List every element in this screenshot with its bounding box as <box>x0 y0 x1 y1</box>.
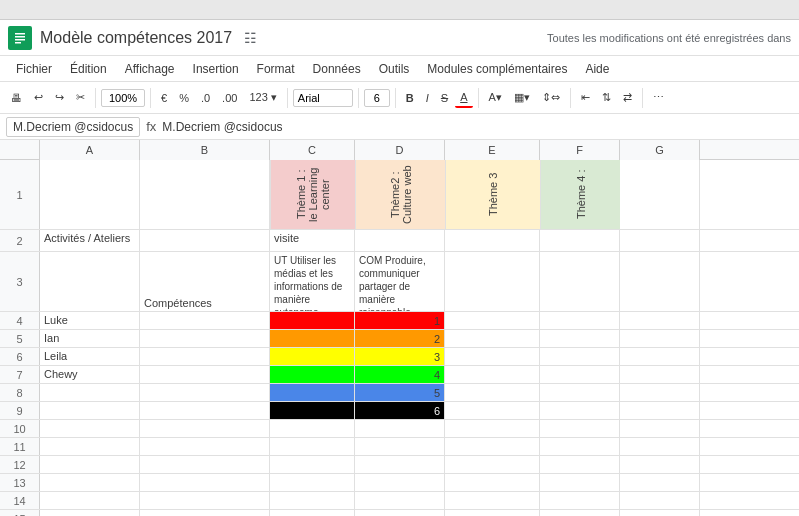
fill-color-button[interactable]: A▾ <box>484 88 507 107</box>
cell-F12[interactable] <box>540 456 620 473</box>
cell-E8[interactable] <box>445 384 540 401</box>
fontsize-control[interactable]: 6 <box>364 89 390 107</box>
menu-insertion[interactable]: Insertion <box>185 59 247 79</box>
undo-button[interactable]: ↩ <box>29 88 48 107</box>
paint-format-button[interactable]: ✂ <box>71 88 90 107</box>
cell-A1[interactable] <box>40 160 140 229</box>
cell-F10[interactable] <box>540 420 620 437</box>
cell-E10[interactable] <box>445 420 540 437</box>
cell-B7[interactable] <box>140 366 270 383</box>
cell-G10[interactable] <box>620 420 700 437</box>
bold-button[interactable]: B <box>401 89 419 107</box>
cell-C6[interactable] <box>270 348 355 365</box>
cell-E5[interactable] <box>445 330 540 347</box>
cell-D1[interactable]: Thème2 : Culture web <box>355 160 445 229</box>
row-num-9[interactable]: 9 <box>0 402 40 419</box>
cell-C2[interactable]: visite <box>270 230 355 251</box>
cell-B12[interactable] <box>140 456 270 473</box>
zoom-control[interactable]: 100% <box>101 89 145 107</box>
cell-E12[interactable] <box>445 456 540 473</box>
cell-G3[interactable] <box>620 252 700 311</box>
cell-A14[interactable] <box>40 492 140 509</box>
cell-C12[interactable] <box>270 456 355 473</box>
cell-B3[interactable]: Compétences <box>140 252 270 311</box>
row-num-13[interactable]: 13 <box>0 474 40 491</box>
currency-button[interactable]: € <box>156 89 172 107</box>
cell-A3[interactable] <box>40 252 140 311</box>
cell-A9[interactable] <box>40 402 140 419</box>
cell-D9[interactable]: 6 <box>355 402 445 419</box>
cell-C11[interactable] <box>270 438 355 455</box>
cell-F8[interactable] <box>540 384 620 401</box>
row-num-8[interactable]: 8 <box>0 384 40 401</box>
menu-fichier[interactable]: Fichier <box>8 59 60 79</box>
col-header-A[interactable]: A <box>40 140 140 160</box>
cell-A12[interactable] <box>40 456 140 473</box>
col-header-E[interactable]: E <box>445 140 540 160</box>
cell-F3[interactable] <box>540 252 620 311</box>
cell-F15[interactable] <box>540 510 620 516</box>
cell-C3[interactable]: UT Utiliser les médias et les informatio… <box>270 252 355 311</box>
cell-D2[interactable] <box>355 230 445 251</box>
menu-donnees[interactable]: Données <box>305 59 369 79</box>
cell-A10[interactable] <box>40 420 140 437</box>
cell-E13[interactable] <box>445 474 540 491</box>
cell-F5[interactable] <box>540 330 620 347</box>
cell-F9[interactable] <box>540 402 620 419</box>
cell-reference[interactable]: M.Decriem @csidocus <box>6 117 140 137</box>
cell-G15[interactable] <box>620 510 700 516</box>
border-button[interactable]: ▦▾ <box>509 88 535 107</box>
cell-D5[interactable]: 2 <box>355 330 445 347</box>
cell-D10[interactable] <box>355 420 445 437</box>
row-num-10[interactable]: 10 <box>0 420 40 437</box>
cell-C1[interactable]: Thème 1 : le Learning center <box>270 160 355 229</box>
strikethrough-button[interactable]: S <box>436 89 453 107</box>
cell-E11[interactable] <box>445 438 540 455</box>
cell-D6[interactable]: 3 <box>355 348 445 365</box>
cell-G13[interactable] <box>620 474 700 491</box>
cell-G8[interactable] <box>620 384 700 401</box>
cell-D11[interactable] <box>355 438 445 455</box>
cell-G5[interactable] <box>620 330 700 347</box>
cell-D4[interactable]: 1 <box>355 312 445 329</box>
cell-C8[interactable] <box>270 384 355 401</box>
cell-D12[interactable] <box>355 456 445 473</box>
cell-B15[interactable] <box>140 510 270 516</box>
cell-F6[interactable] <box>540 348 620 365</box>
cell-B10[interactable] <box>140 420 270 437</box>
row-num-11[interactable]: 11 <box>0 438 40 455</box>
font-selector[interactable]: Arial <box>293 89 353 107</box>
menu-modules[interactable]: Modules complémentaires <box>419 59 575 79</box>
row-num-5[interactable]: 5 <box>0 330 40 347</box>
cell-E2[interactable] <box>445 230 540 251</box>
cell-G2[interactable] <box>620 230 700 251</box>
cell-G4[interactable] <box>620 312 700 329</box>
col-header-C[interactable]: C <box>270 140 355 160</box>
cell-D8[interactable]: 5 <box>355 384 445 401</box>
align-left-button[interactable]: ⇤ <box>576 88 595 107</box>
row-num-1[interactable]: 1 <box>0 160 40 229</box>
cell-D14[interactable] <box>355 492 445 509</box>
cell-A4[interactable]: Luke <box>40 312 140 329</box>
cell-B2[interactable] <box>140 230 270 251</box>
cell-B8[interactable] <box>140 384 270 401</box>
align-vertical-button[interactable]: ⇅ <box>597 88 616 107</box>
cell-F13[interactable] <box>540 474 620 491</box>
cell-D13[interactable] <box>355 474 445 491</box>
cell-A15[interactable] <box>40 510 140 516</box>
cell-A6[interactable]: Leila <box>40 348 140 365</box>
formula-content[interactable]: M.Decriem @csidocus <box>162 120 793 134</box>
cell-B6[interactable] <box>140 348 270 365</box>
menu-edition[interactable]: Édition <box>62 59 115 79</box>
merge-button[interactable]: ⇕⇔ <box>537 88 565 107</box>
row-num-2[interactable]: 2 <box>0 230 40 251</box>
row-num-3[interactable]: 3 <box>0 252 40 311</box>
cell-A11[interactable] <box>40 438 140 455</box>
cell-F2[interactable] <box>540 230 620 251</box>
cell-C5[interactable] <box>270 330 355 347</box>
cell-G6[interactable] <box>620 348 700 365</box>
cell-E7[interactable] <box>445 366 540 383</box>
cell-G11[interactable] <box>620 438 700 455</box>
row-num-6[interactable]: 6 <box>0 348 40 365</box>
cell-F1[interactable]: Thème 4 : <box>540 160 620 229</box>
